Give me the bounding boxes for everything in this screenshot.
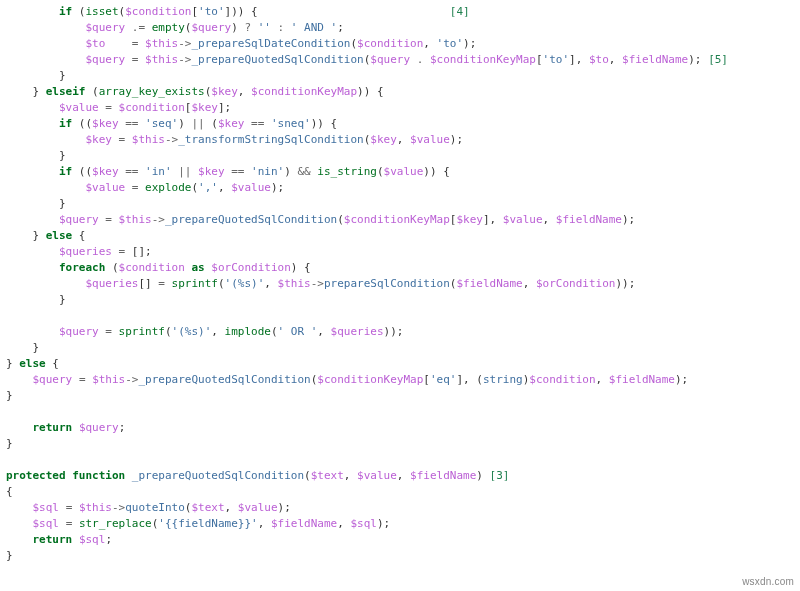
annotation-4: [4]	[450, 5, 470, 18]
fn-implode: implode	[225, 325, 271, 338]
str-sneq: 'sneq'	[271, 117, 311, 130]
cast-string: string	[483, 373, 523, 386]
keyword-else: else	[46, 229, 73, 242]
var-to: $to	[85, 37, 105, 50]
fn-explode: explode	[145, 181, 191, 194]
method-quoteInto: quoteInto	[125, 501, 185, 514]
fn-str_replace: str_replace	[79, 517, 152, 530]
keyword-as: as	[191, 261, 204, 274]
var-orCondition: $orCondition	[211, 261, 290, 274]
str-nin: 'nin'	[251, 165, 284, 178]
annotation-3: [3]	[490, 469, 510, 482]
var-condition: $condition	[125, 5, 191, 18]
watermark: wsxdn.com	[742, 576, 794, 587]
fn-is_string: is_string	[317, 165, 377, 178]
str-empty: ''	[258, 21, 271, 34]
var-value: $value	[59, 101, 99, 114]
php-source-code: if (isset($condition['to'])) { [4] $quer…	[0, 0, 800, 568]
str-fieldTemplate: '{{fieldName}}'	[158, 517, 257, 530]
keyword-protected: protected	[6, 469, 66, 482]
str-parens: '(%s)'	[225, 277, 265, 290]
str-and: ' AND '	[291, 21, 337, 34]
str-or: ' OR '	[278, 325, 318, 338]
keyword-function: function	[72, 469, 125, 482]
var-queries: $queries	[59, 245, 112, 258]
fn-empty: empty	[152, 21, 185, 34]
keyword-if: if	[59, 5, 72, 18]
method-transformStringSqlCondition: _transformStringSqlCondition	[178, 133, 363, 146]
fn-isset: isset	[85, 5, 118, 18]
var-fieldName: $fieldName	[622, 53, 688, 66]
fn-array_key_exists: array_key_exists	[99, 85, 205, 98]
method-prepareSqlCondition: prepareSqlCondition	[324, 277, 450, 290]
str-to: 'to'	[198, 5, 225, 18]
var-text: $text	[311, 469, 344, 482]
keyword-foreach: foreach	[59, 261, 105, 274]
str-in: 'in'	[145, 165, 172, 178]
var-query: $query	[85, 21, 125, 34]
var-conditionKeyMap: $conditionKeyMap	[430, 53, 536, 66]
str-seq: 'seq'	[145, 117, 178, 130]
method-def-prepareQuotedSqlCondition: _prepareQuotedSqlCondition	[132, 469, 304, 482]
var-sql: $sql	[33, 501, 60, 514]
str-comma: ','	[198, 181, 218, 194]
str-eq: 'eq'	[430, 373, 457, 386]
method-prepareQuotedSqlCondition: _prepareQuotedSqlCondition	[191, 53, 363, 66]
method-prepareSqlDateCondition: _prepareSqlDateCondition	[191, 37, 350, 50]
keyword-return: return	[33, 421, 73, 434]
annotation-5: [5]	[708, 53, 728, 66]
keyword-elseif: elseif	[46, 85, 86, 98]
var-key: $key	[211, 85, 238, 98]
fn-sprintf: sprintf	[172, 277, 218, 290]
